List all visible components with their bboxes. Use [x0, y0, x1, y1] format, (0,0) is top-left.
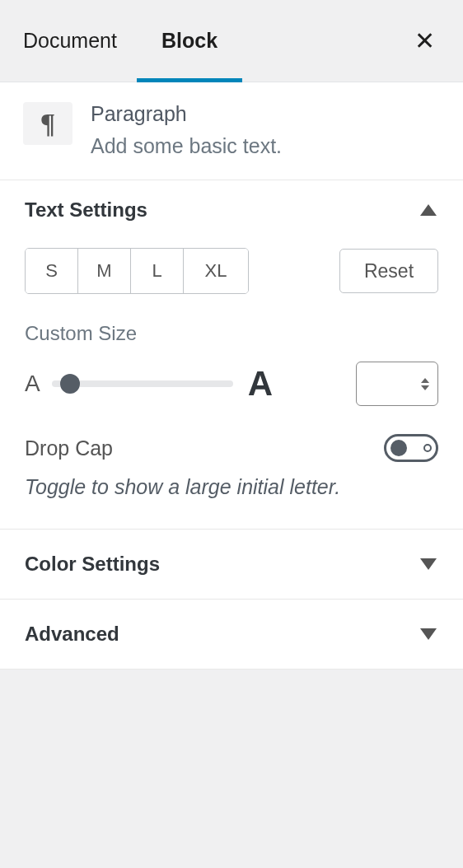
- block-header: ¶ Paragraph Add some basic text.: [0, 82, 463, 180]
- custom-size-row: A A: [25, 362, 438, 406]
- chevron-down-icon: [420, 628, 437, 640]
- font-size-row: S M L XL Reset: [25, 248, 438, 294]
- section-title: Advanced: [25, 623, 119, 646]
- number-stepper[interactable]: [421, 378, 429, 390]
- reset-button[interactable]: Reset: [339, 249, 438, 293]
- size-large-button[interactable]: L: [131, 249, 184, 293]
- drop-cap-row: Drop Cap: [25, 434, 438, 462]
- section-color-settings: Color Settings: [0, 530, 463, 600]
- section-text-settings: Text Settings S M L XL Reset Custom Size…: [0, 180, 463, 530]
- size-medium-button[interactable]: M: [78, 249, 131, 293]
- section-advanced: Advanced: [0, 600, 463, 670]
- toggle-indicator: [423, 444, 432, 452]
- stepper-up-icon[interactable]: [421, 378, 429, 383]
- font-size-slider[interactable]: [52, 371, 233, 397]
- section-title: Color Settings: [25, 553, 160, 576]
- paragraph-icon: ¶: [23, 102, 72, 145]
- tab-bar: Document Block ✕: [0, 0, 463, 82]
- block-title: Paragraph: [91, 102, 440, 126]
- section-title: Text Settings: [25, 198, 147, 222]
- pilcrow-glyph: ¶: [40, 110, 55, 138]
- size-small-button[interactable]: S: [26, 249, 78, 293]
- tab-block[interactable]: Block: [137, 0, 242, 82]
- slider-thumb[interactable]: [60, 374, 80, 394]
- font-size-button-group: S M L XL: [25, 248, 249, 294]
- letter-large-icon: A: [248, 364, 273, 404]
- panel-body: ¶ Paragraph Add some basic text. Text Se…: [0, 82, 463, 670]
- footer-fill: [0, 670, 463, 834]
- block-description: Add some basic text.: [91, 134, 440, 158]
- letter-small-icon: A: [25, 371, 40, 397]
- chevron-down-icon: [420, 558, 437, 570]
- close-icon[interactable]: ✕: [409, 24, 440, 58]
- section-header-text-settings[interactable]: Text Settings: [0, 180, 463, 240]
- toggle-knob: [391, 440, 407, 456]
- chevron-up-icon: [420, 204, 437, 216]
- section-header-advanced[interactable]: Advanced: [0, 600, 463, 669]
- inspector-panel: Document Block ✕ ¶ Paragraph Add some ba…: [0, 0, 463, 868]
- block-meta: Paragraph Add some basic text.: [91, 102, 440, 158]
- custom-size-input[interactable]: [356, 362, 438, 406]
- custom-size-label: Custom Size: [25, 322, 438, 345]
- drop-cap-label: Drop Cap: [25, 436, 113, 460]
- size-xlarge-button[interactable]: XL: [184, 249, 248, 293]
- section-header-color-settings[interactable]: Color Settings: [0, 530, 463, 599]
- stepper-down-icon[interactable]: [421, 385, 429, 390]
- text-settings-body: S M L XL Reset Custom Size A A: [0, 240, 463, 529]
- drop-cap-toggle[interactable]: [384, 434, 438, 462]
- drop-cap-hint: Toggle to show a large initial letter.: [25, 475, 438, 499]
- tab-document[interactable]: Document: [23, 0, 137, 82]
